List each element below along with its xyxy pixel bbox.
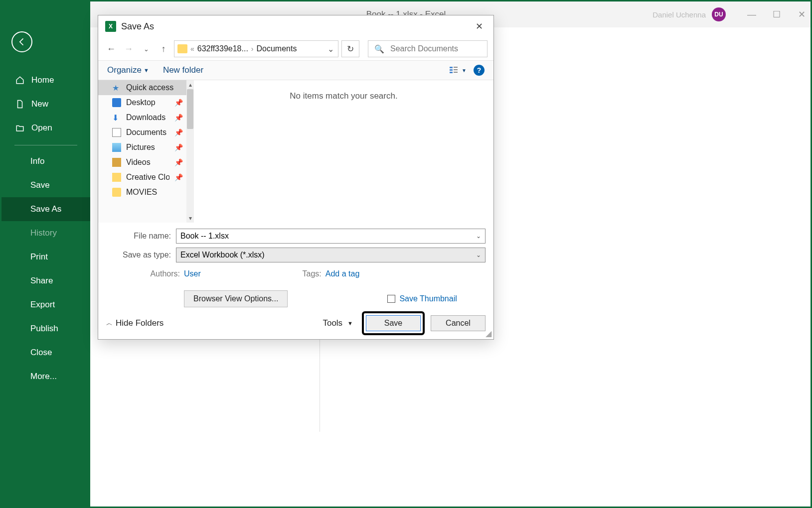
sidebar-item-new[interactable]: New [1,92,90,116]
tree-item-downloads[interactable]: ⬇ Downloads📌 [98,110,194,125]
caret-down-icon: ▼ [347,320,353,326]
chevron-left-icon: « [190,45,194,53]
tree-item-quick-access[interactable]: ★ Quick access [98,80,194,95]
file-list-pane: No items match your search. [194,80,493,223]
sidebar-item-close[interactable]: Close [1,341,90,365]
sidebar-item-history[interactable]: History [1,221,90,245]
user-name: Daniel Uchenna [652,10,706,19]
back-button[interactable] [11,31,32,52]
nav-forward-button[interactable]: → [122,41,136,57]
pin-icon: 📌 [174,158,183,166]
scroll-up-icon[interactable]: ▴ [186,80,194,89]
tools-dropdown[interactable]: Tools ▼ [323,318,353,328]
sidebar-item-saveas[interactable]: Save As [1,197,90,221]
save-thumbnail-label[interactable]: Save Thumbnail [399,294,457,303]
folder-icon [177,44,187,53]
nav-back-button[interactable]: ← [104,41,118,57]
svg-rect-4 [454,69,458,70]
search-input[interactable] [390,44,481,53]
save-as-type-dropdown[interactable]: Excel Workbook (*.xlsx)⌄ [176,248,486,262]
resize-grip[interactable]: ◢ [486,331,492,338]
creative-cloud-icon [112,173,121,182]
cancel-button[interactable]: Cancel [431,315,486,331]
minimize-button[interactable]: — [747,9,757,19]
pin-icon: 📌 [174,143,183,151]
nav-up-button[interactable]: ↑ [157,41,170,57]
dialog-title: Save As [121,21,154,32]
tree-item-creative-cloud[interactable]: Creative Cloud📌 [98,170,194,185]
refresh-button[interactable]: ↻ [341,40,359,57]
empty-message: No items match your search. [290,91,397,101]
help-button[interactable]: ? [474,65,485,76]
videos-icon [112,158,121,167]
search-box[interactable]: 🔍 [368,40,487,57]
chevron-right-icon: › [251,45,254,53]
close-window-button[interactable]: ✕ [797,9,807,19]
svg-rect-1 [450,69,453,71]
save-thumbnail-checkbox[interactable] [387,295,395,303]
sidebar-label: New [31,99,48,109]
hide-folders-toggle[interactable]: ︿ Hide Folders [106,318,163,328]
sidebar-item-more[interactable]: More... [1,365,90,388]
address-dropdown[interactable]: ⌄ [326,44,335,54]
pin-icon: 📌 [174,99,183,107]
sidebar-label: Home [31,75,54,85]
tags-label: Tags: [301,269,325,278]
sidebar-item-export[interactable]: Export [1,293,90,317]
pin-icon: 📌 [174,114,183,122]
new-folder-button[interactable]: New folder [163,65,203,75]
sidebar-item-publish[interactable]: Publish [1,317,90,341]
tree-item-documents[interactable]: Documents📌 [98,125,194,140]
tree-scrollbar[interactable]: ▴ ▾ [186,80,194,223]
authors-value[interactable]: User [184,269,201,278]
backstage-sidebar: Home New Open Info Save Save As History … [1,1,90,507]
sidebar-item-open[interactable]: Open [1,116,90,140]
filename-input[interactable]: Book -- 1.xlsx⌄ [176,229,486,244]
scroll-down-icon[interactable]: ▾ [186,214,194,223]
sidebar-item-print[interactable]: Print [1,245,90,269]
chevron-down-icon[interactable]: ⌄ [476,252,481,258]
search-icon: 🔍 [374,44,384,54]
svg-rect-3 [454,67,458,68]
pin-icon: 📌 [174,173,183,181]
sidebar-item-info[interactable]: Info [1,149,90,173]
organize-dropdown[interactable]: Organize▼ [107,65,149,75]
scroll-thumb[interactable] [187,89,193,129]
tree-item-pictures[interactable]: Pictures📌 [98,140,194,155]
svg-rect-2 [450,72,453,73]
download-icon: ⬇ [112,113,121,122]
sidebar-item-save[interactable]: Save [1,173,90,197]
maximize-button[interactable]: ☐ [772,9,782,19]
pin-icon: 📌 [174,128,183,136]
home-icon [15,76,24,85]
sidebar-item-home[interactable]: Home [1,68,90,92]
tags-value[interactable]: Add a tag [325,269,360,278]
pictures-icon [112,143,121,152]
star-icon: ★ [112,83,121,92]
breadcrumb-segment[interactable]: Documents [257,44,297,53]
breadcrumb-segment[interactable]: 632ff339e18... [197,44,248,53]
address-bar[interactable]: « 632ff339e18... › Documents ⌄ [174,40,338,57]
save-button[interactable]: Save [366,315,421,331]
desktop-icon [112,98,121,107]
avatar[interactable]: DU [712,7,726,21]
view-options-button[interactable] [447,63,461,77]
authors-label: Authors: [144,269,184,278]
dialog-close-button[interactable]: ✕ [472,19,487,34]
chevron-down-icon[interactable]: ⌄ [476,233,481,240]
browser-view-options-button[interactable]: Browser View Options... [184,290,288,307]
tree-item-desktop[interactable]: Desktop📌 [98,95,194,110]
view-dropdown-caret[interactable]: ▼ [462,68,467,73]
svg-rect-5 [454,72,458,73]
folder-open-icon [15,124,24,132]
folder-icon [112,188,121,197]
excel-icon: X [105,21,116,32]
filename-label: File name: [106,232,176,241]
svg-rect-0 [450,67,453,68]
nav-recent-dropdown[interactable]: ⌄ [139,41,153,57]
type-label: Save as type: [106,251,176,259]
sidebar-item-share[interactable]: Share [1,269,90,293]
navigation-tree: ★ Quick access Desktop📌 ⬇ Downloads📌 Doc… [98,80,194,223]
tree-item-movies[interactable]: MOVIES [98,185,194,200]
tree-item-videos[interactable]: Videos📌 [98,155,194,170]
